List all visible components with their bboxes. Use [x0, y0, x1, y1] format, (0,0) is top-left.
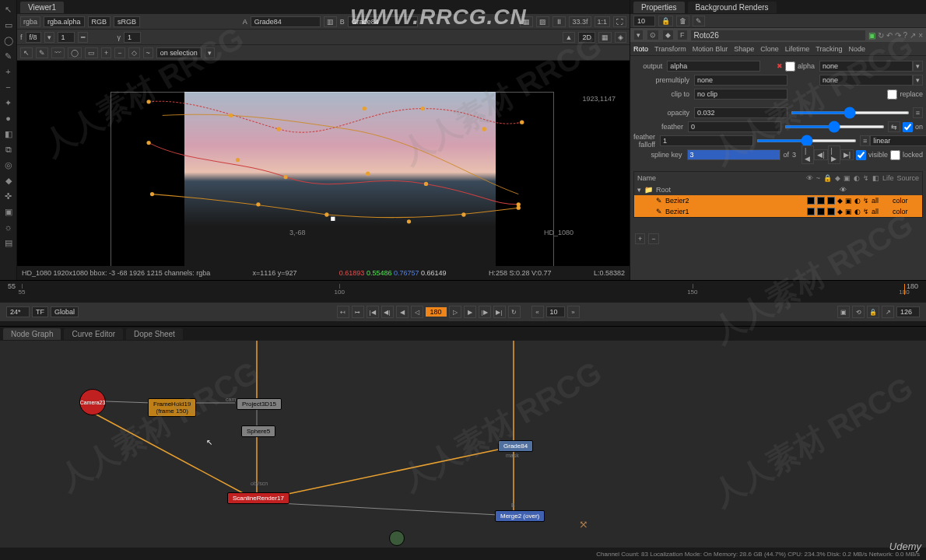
tab-clone[interactable]: Clone: [760, 44, 779, 54]
channel-button[interactable]: rgba: [20, 16, 40, 27]
input-a-select[interactable]: Grade84: [251, 16, 321, 27]
redo-icon[interactable]: ↷: [895, 31, 901, 40]
fstop-value[interactable]: f/8: [26, 32, 41, 43]
node-font-icon[interactable]: F: [677, 30, 688, 40]
falloff-mode-select[interactable]: [870, 135, 926, 146]
pointer-icon[interactable]: ↖: [20, 47, 33, 58]
eye-icon[interactable]: 👁: [840, 186, 847, 194]
row-lock-icon[interactable]: [827, 208, 835, 215]
opacity-slider[interactable]: [791, 111, 910, 114]
timeline-ruler[interactable]: 55 100 150 180: [22, 284, 904, 295]
row-overlay-icon[interactable]: ◆: [837, 197, 843, 205]
node-merge[interactable]: Merge2 (over): [495, 510, 545, 522]
key-next-icon[interactable]: |▶: [828, 145, 840, 164]
overlay-icon[interactable]: ▦: [598, 32, 612, 43]
current-frame[interactable]: 180: [426, 307, 447, 317]
node-scanline-render[interactable]: ScanlineRender17: [227, 492, 289, 504]
row-life[interactable]: all: [872, 208, 890, 215]
row-source[interactable]: color: [893, 197, 919, 205]
fstop-dec-icon[interactable]: ▾: [44, 32, 54, 43]
shape-root-row[interactable]: ▾ 📁 Root 👁: [634, 184, 922, 195]
skip-step-input[interactable]: [546, 306, 565, 317]
zoom-display[interactable]: 33.3f: [569, 16, 591, 27]
row-ripple-icon[interactable]: [817, 197, 825, 205]
ripple-icon[interactable]: ~: [816, 174, 820, 182]
prev-key-icon[interactable]: ◀|: [381, 306, 394, 318]
key-last-icon[interactable]: ▶|: [840, 149, 854, 160]
frame-start[interactable]: 55: [8, 282, 16, 290]
smooth-icon[interactable]: ~: [143, 47, 153, 58]
loop-icon[interactable]: ↻: [508, 306, 521, 318]
cusp-icon[interactable]: ◇: [128, 47, 140, 58]
channel-select[interactable]: rgba.alpha: [44, 16, 85, 27]
skip-back-icon[interactable]: «: [531, 306, 544, 318]
tab-transform[interactable]: Transform: [654, 44, 686, 54]
row-motion-icon[interactable]: ↯: [863, 197, 869, 205]
input-b-select[interactable]: Grade84: [348, 16, 418, 27]
tab-lifetime[interactable]: Lifetime: [785, 44, 810, 54]
clipto-select[interactable]: [694, 89, 787, 100]
playhead[interactable]: [904, 284, 905, 295]
rect-icon[interactable]: ▭: [85, 47, 98, 58]
tool-arrow-icon[interactable]: ↖: [2, 2, 16, 16]
row-ripple-icon[interactable]: [817, 208, 825, 215]
edit-icon[interactable]: ✎: [693, 16, 705, 26]
step-back-icon[interactable]: ◁: [411, 306, 423, 318]
tab-dopesheet[interactable]: Dope Sheet: [126, 328, 183, 340]
ratio-display[interactable]: 1:1: [595, 16, 611, 27]
cache-icon[interactable]: ▣: [837, 306, 850, 318]
row-life[interactable]: all: [872, 197, 890, 205]
motion-col-icon[interactable]: ↯: [863, 174, 869, 182]
viewer-viewport[interactable]: 1923,1147 3,-68 HD_1080: [17, 61, 630, 266]
wipe-icon[interactable]: ▥: [324, 16, 337, 27]
render-icon[interactable]: ▣: [868, 31, 875, 40]
play-back-icon[interactable]: ◀: [396, 306, 409, 318]
sync-icon[interactable]: ⟲: [852, 306, 865, 318]
mask-channel-select[interactable]: [819, 61, 913, 72]
eye-icon[interactable]: 👁: [806, 174, 813, 182]
row-eye-icon[interactable]: [807, 197, 815, 205]
bspline-icon[interactable]: 〰: [51, 47, 65, 58]
row-lock-icon[interactable]: [827, 197, 835, 205]
feather-slider[interactable]: [784, 125, 885, 128]
next-key-icon[interactable]: |▶: [479, 306, 491, 318]
bezier-icon[interactable]: ✎: [36, 47, 48, 58]
node-dot[interactable]: [389, 530, 405, 546]
viewer-tab[interactable]: Viewer1: [20, 2, 64, 13]
falloff-slider[interactable]: [756, 139, 857, 142]
key-prev-icon[interactable]: ◀|: [814, 149, 827, 160]
cache-value[interactable]: [896, 306, 920, 317]
row-color-icon[interactable]: ▣: [845, 208, 852, 215]
tool-3d-icon[interactable]: ▣: [2, 205, 16, 219]
addpoint-icon[interactable]: +: [101, 47, 111, 58]
color-col-icon[interactable]: ▣: [844, 174, 851, 182]
gain-value[interactable]: 1: [58, 32, 75, 43]
locked-checkbox[interactable]: [890, 150, 900, 160]
tool-feather-icon[interactable]: ✦: [2, 96, 16, 110]
stereo-icon[interactable]: ◈: [615, 32, 626, 43]
close-icon[interactable]: ×: [918, 31, 923, 40]
outpoint-icon[interactable]: ↦: [352, 306, 364, 318]
node-sphere[interactable]: Sphere5: [241, 425, 275, 437]
output-select[interactable]: [667, 61, 760, 72]
step-fwd-icon[interactable]: ▷: [449, 306, 461, 318]
tab-motionblur[interactable]: Motion Blur: [693, 44, 728, 54]
chevron-down-icon[interactable]: ▾: [637, 186, 641, 194]
undo-icon[interactable]: ↶: [886, 31, 893, 40]
dropdown-icon[interactable]: ▾: [913, 75, 923, 86]
props-max-count[interactable]: 10: [633, 16, 655, 26]
tool-add-icon[interactable]: +: [2, 65, 16, 79]
shape-row[interactable]: ✎ Bezier2 ◆ ▣ ◐ ↯ all color: [634, 195, 922, 206]
invert-col-icon[interactable]: ◐: [854, 174, 860, 182]
dropdown-icon[interactable]: ▾: [913, 61, 923, 72]
selection-mode-select[interactable]: on selection: [156, 47, 202, 58]
last-frame-icon[interactable]: ▶|: [493, 306, 506, 318]
row-source[interactable]: color: [893, 208, 919, 215]
premult2-select[interactable]: [819, 75, 913, 86]
proxy-icon[interactable]: ▨: [536, 16, 549, 27]
help-icon[interactable]: ?: [903, 31, 908, 40]
row-color-icon[interactable]: ▣: [845, 197, 852, 205]
tool-picker-icon[interactable]: ✜: [2, 189, 16, 203]
lock-tl-icon[interactable]: 🔒: [867, 306, 879, 318]
expand-icon[interactable]: ⛶: [613, 16, 626, 27]
